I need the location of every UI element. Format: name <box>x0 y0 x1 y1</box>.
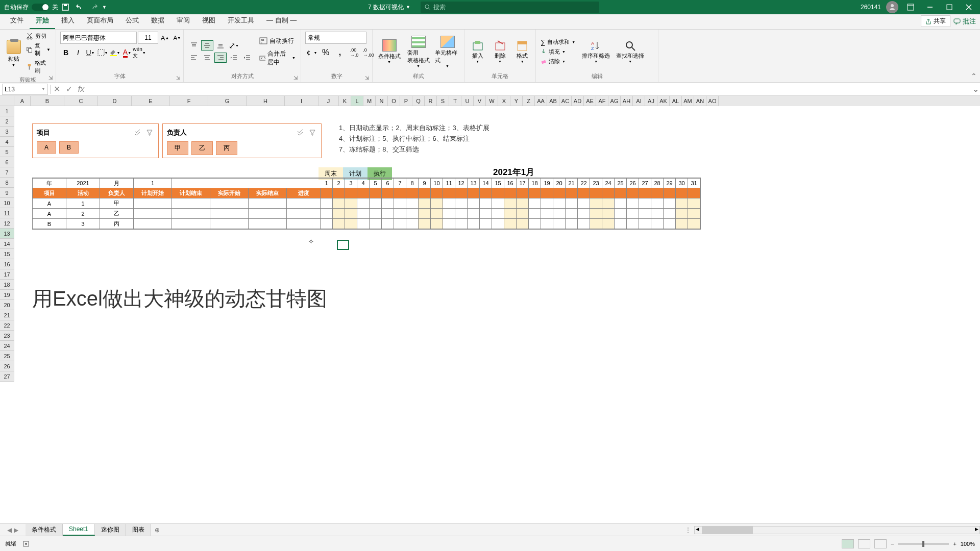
gantt-data-cell[interactable] <box>134 198 172 209</box>
gantt-day-cell[interactable] <box>492 219 504 229</box>
gantt-day-cell[interactable] <box>406 219 419 229</box>
ribbon-tab-5[interactable]: 数据 <box>145 13 170 29</box>
gantt-day-cell[interactable] <box>639 198 651 209</box>
gantt-day-cell[interactable] <box>602 209 615 219</box>
gantt-day-cell[interactable] <box>333 198 345 209</box>
col-header[interactable]: T <box>449 96 461 106</box>
italic-button[interactable]: I <box>72 47 84 58</box>
col-header[interactable]: E <box>132 96 170 106</box>
row-header[interactable]: 27 <box>0 371 14 382</box>
page-layout-view-button[interactable] <box>858 539 870 548</box>
gantt-day-cell[interactable] <box>676 198 688 209</box>
gantt-day-cell[interactable] <box>345 219 357 229</box>
ribbon-tab-3[interactable]: 页面布局 <box>81 13 119 29</box>
username[interactable]: 260141 <box>861 4 881 11</box>
gantt-data-cell[interactable] <box>134 209 172 219</box>
zoom-out-button[interactable]: − <box>891 541 894 547</box>
gantt-day-cell[interactable] <box>590 219 602 229</box>
gantt-column-header[interactable]: 实际结束 <box>249 188 287 198</box>
bold-button[interactable]: B <box>60 47 71 58</box>
col-header[interactable]: R <box>425 96 437 106</box>
gantt-day-header[interactable]: 8 <box>406 179 419 188</box>
gantt-day-cell[interactable] <box>431 219 443 229</box>
gantt-day-cell[interactable] <box>394 219 406 229</box>
gantt-day-header[interactable]: 12 <box>455 179 468 188</box>
add-sheet-button[interactable]: ⊕ <box>151 527 163 534</box>
zoom-thumb[interactable] <box>922 541 924 547</box>
gantt-data-cell[interactable]: 乙 <box>100 209 134 219</box>
gantt-day-cell[interactable] <box>357 219 370 229</box>
ribbon-tab-2[interactable]: 插入 <box>55 13 81 29</box>
gantt-day-cell[interactable] <box>676 209 688 219</box>
gantt-day-cell[interactable] <box>578 219 590 229</box>
gantt-day-cell[interactable] <box>406 209 419 219</box>
col-header[interactable]: AO <box>706 96 719 106</box>
percent-button[interactable]: % <box>320 47 332 58</box>
column-headers[interactable]: ABCDEFGHIJKLMNOPQRSTUVWXYZAAABACADAEAFAG… <box>14 96 980 106</box>
gantt-day-cell[interactable] <box>651 209 664 219</box>
number-format-input[interactable] <box>305 32 366 44</box>
col-header[interactable]: AL <box>670 96 682 106</box>
gantt-day-cell[interactable] <box>357 209 370 219</box>
gantt-day-cell[interactable] <box>443 209 455 219</box>
normal-view-button[interactable] <box>842 539 854 548</box>
gantt-data-cell[interactable]: 3 <box>66 219 100 229</box>
gantt-day-cell[interactable] <box>406 198 419 209</box>
cancel-formula-icon[interactable]: ✕ <box>51 84 63 95</box>
col-header[interactable]: I <box>285 96 318 106</box>
sheet-tab[interactable]: 迷你图 <box>95 524 126 536</box>
row-header[interactable]: 19 <box>0 290 14 300</box>
comma-button[interactable]: , <box>334 47 346 58</box>
gantt-data-cell[interactable]: 甲 <box>100 198 134 209</box>
row-header[interactable]: 14 <box>0 239 14 249</box>
horizontal-scrollbar[interactable]: ◀ ▶ <box>694 526 980 534</box>
conditional-format-button[interactable]: 条件格式▼ <box>377 39 402 64</box>
align-middle-button[interactable] <box>201 40 213 51</box>
sheet-nav[interactable]: ◀ ▶ <box>0 527 26 534</box>
gantt-column-header[interactable]: 活动 <box>66 188 100 198</box>
gantt-day-cell[interactable] <box>664 209 676 219</box>
increase-decimal-button[interactable]: .00→.0 <box>348 47 360 58</box>
gantt-day-cell[interactable] <box>688 209 700 219</box>
col-header[interactable]: L <box>351 96 363 106</box>
gantt-day-cell[interactable] <box>504 198 517 209</box>
insert-cells-button[interactable]: 插入▼ <box>469 40 487 63</box>
gantt-day-header[interactable]: 10 <box>431 179 443 188</box>
col-header[interactable]: M <box>363 96 376 106</box>
row-header[interactable]: 21 <box>0 310 14 320</box>
slicer-item[interactable]: 丙 <box>216 141 237 155</box>
font-size-input[interactable] <box>138 32 158 44</box>
gantt-day-header[interactable]: 29 <box>664 179 676 188</box>
qat-dropdown-icon[interactable]: ▼ <box>102 5 107 10</box>
gantt-day-cell[interactable] <box>419 198 431 209</box>
gantt-meta-cell[interactable]: 2021 <box>66 179 100 188</box>
gantt-day-cell[interactable] <box>321 209 333 219</box>
fill-button[interactable]: 填充▼ <box>540 47 576 56</box>
gantt-day-cell[interactable] <box>553 209 566 219</box>
gantt-meta-cell[interactable]: 年 <box>33 179 66 188</box>
gantt-day-cell[interactable] <box>504 219 517 229</box>
gantt-day-header[interactable]: 5 <box>370 179 382 188</box>
row-header[interactable]: 8 <box>0 178 14 188</box>
row-header[interactable]: 15 <box>0 249 14 259</box>
gantt-data-cell[interactable]: 2 <box>66 209 100 219</box>
gantt-day-cell[interactable] <box>345 209 357 219</box>
col-header[interactable]: G <box>208 96 247 106</box>
row-headers[interactable]: 1234567891011121314151617181920212223242… <box>0 106 14 382</box>
col-header[interactable]: H <box>247 96 285 106</box>
gantt-day-cell[interactable] <box>370 198 382 209</box>
phonetic-button[interactable]: wén文▼ <box>134 47 145 58</box>
row-header[interactable]: 20 <box>0 300 14 310</box>
sort-filter-button[interactable]: AZ排序和筛选▼ <box>582 40 610 63</box>
comments-button[interactable]: 批注 <box>953 17 976 26</box>
gantt-day-header[interactable]: 11 <box>443 179 455 188</box>
gantt-day-cell[interactable] <box>529 219 541 229</box>
fill-color-button[interactable]: ▼ <box>109 47 120 58</box>
col-header[interactable]: AE <box>584 96 596 106</box>
gantt-day-cell[interactable] <box>602 219 615 229</box>
autosave-toggle[interactable]: 自动保存 关 <box>4 3 58 12</box>
gantt-column-header[interactable]: 进度 <box>287 188 321 198</box>
gantt-day-header[interactable]: 9 <box>419 179 431 188</box>
orientation-button[interactable]: ⤢▼ <box>228 40 240 51</box>
slicer-owner[interactable]: 负责人 甲乙丙 <box>162 123 322 158</box>
